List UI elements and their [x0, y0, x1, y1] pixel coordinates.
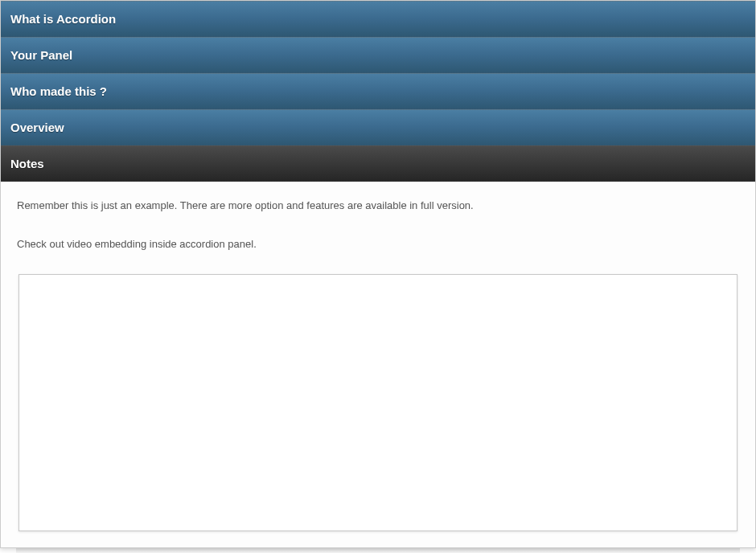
accordion-header-label: Overview: [10, 121, 64, 134]
accordion-header-what-is-accordion[interactable]: What is Accordion: [1, 1, 755, 37]
bottom-shadow: [16, 548, 740, 553]
accordion-header-label: Notes: [10, 157, 44, 170]
accordion-header-notes[interactable]: Notes: [1, 145, 755, 182]
accordion: What is Accordion Your Panel Who made th…: [0, 0, 756, 548]
accordion-header-label: What is Accordion: [10, 12, 116, 26]
accordion-header-who-made-this[interactable]: Who made this ?: [1, 73, 755, 109]
accordion-header-overview[interactable]: Overview: [1, 109, 755, 145]
video-embed-placeholder[interactable]: [18, 274, 738, 531]
notes-text-line-2: Check out video embedding inside accordi…: [17, 236, 739, 252]
notes-text-line-1: Remember this is just an example. There …: [17, 198, 739, 214]
accordion-header-label: Your Panel: [10, 48, 72, 62]
accordion-panel-notes: Remember this is just an example. There …: [1, 182, 755, 547]
accordion-header-your-panel[interactable]: Your Panel: [1, 37, 755, 73]
accordion-header-label: Who made this ?: [10, 84, 107, 98]
